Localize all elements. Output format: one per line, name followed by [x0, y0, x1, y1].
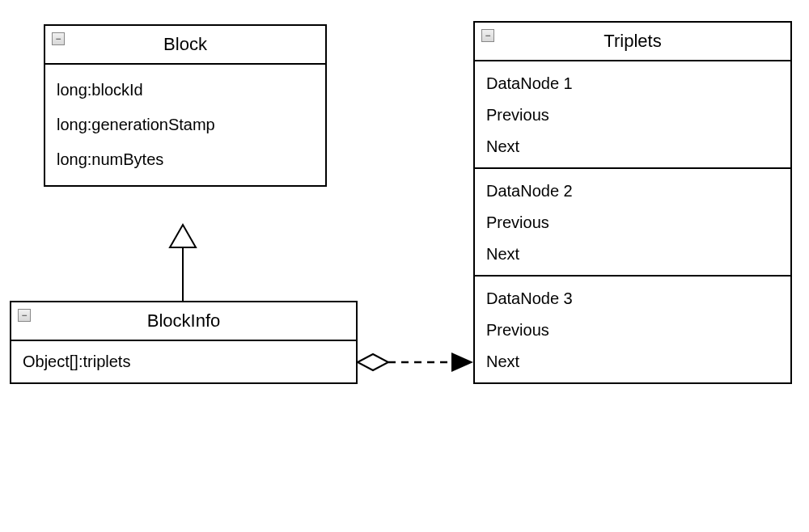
triplets-section-1: DataNode 1 Previous Next: [475, 61, 790, 169]
triplet-next-2: Next: [486, 239, 779, 270]
uml-attributes-block: long:blockId long:generationStamp long:n…: [45, 65, 325, 185]
uml-class-header-triplets: − Triplets: [475, 23, 790, 61]
triplet-previous-2: Previous: [486, 207, 779, 239]
triplet-datanode-3: DataNode 3: [486, 283, 779, 315]
uml-class-header-blockinfo: − BlockInfo: [11, 302, 356, 341]
svg-marker-4: [451, 353, 473, 372]
collapse-icon[interactable]: −: [18, 309, 31, 322]
class-name-block: Block: [163, 34, 207, 54]
uml-attributes-blockinfo: Object[]:triplets: [11, 341, 356, 382]
triplet-next-3: Next: [486, 346, 779, 378]
attr-generationstamp: long:generationStamp: [57, 108, 314, 142]
collapse-icon[interactable]: −: [52, 32, 65, 45]
class-name-blockinfo: BlockInfo: [147, 310, 221, 331]
aggregation-dependency-arrow-icon: [358, 353, 473, 372]
attr-blockid: long:blockId: [57, 73, 314, 108]
triplet-previous-1: Previous: [486, 99, 779, 131]
uml-class-blockinfo: − BlockInfo Object[]:triplets: [10, 301, 358, 384]
triplet-datanode-1: DataNode 1: [486, 68, 779, 99]
triplets-section-2: DataNode 2 Previous Next: [475, 169, 790, 277]
generalization-arrow-icon: [170, 225, 196, 301]
attr-numbytes: long:numBytes: [57, 142, 314, 177]
triplet-next-1: Next: [486, 131, 779, 163]
svg-marker-2: [358, 354, 388, 370]
attr-triplets: Object[]:triplets: [23, 349, 345, 371]
triplets-section-3: DataNode 3 Previous Next: [475, 277, 790, 382]
class-name-triplets: Triplets: [604, 31, 661, 51]
triplet-datanode-2: DataNode 2: [486, 175, 779, 207]
uml-class-header-block: − Block: [45, 26, 325, 65]
triplet-previous-3: Previous: [486, 315, 779, 346]
uml-class-block: − Block long:blockId long:generationStam…: [44, 24, 327, 187]
svg-marker-1: [170, 225, 196, 247]
uml-class-triplets: − Triplets DataNode 1 Previous Next Data…: [473, 21, 792, 384]
collapse-icon[interactable]: −: [481, 29, 494, 42]
